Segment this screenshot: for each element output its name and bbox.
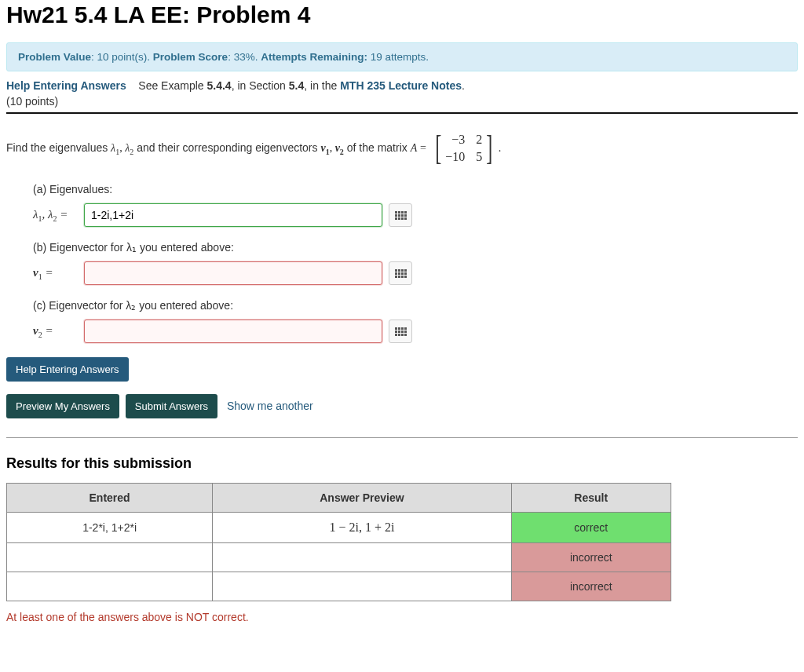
entered-cell: [7, 572, 213, 601]
result-cell: correct: [511, 513, 671, 543]
results-warning: At least one of the answers above is NOT…: [6, 611, 798, 623]
part-c-lhs: v2 =: [33, 324, 76, 339]
notes-prefix: , in the: [304, 79, 340, 92]
lambda2-symbol: λ2: [125, 142, 133, 154]
divider: [6, 437, 798, 438]
problem-score-label: Problem Score: [153, 51, 228, 63]
button-row-2: Preview My Answers Submit Answers Show m…: [6, 394, 798, 423]
page-title: Hw21 5.4 LA EE: Problem 4: [6, 2, 798, 28]
left-bracket-icon: [: [435, 133, 441, 164]
matrix-r1c1: −3: [445, 133, 465, 147]
prompt-ofmatrix: of the matrix: [347, 141, 411, 154]
matrix-r2c1: −10: [445, 150, 465, 164]
part-c: (c) Eigenvector for λ₂ you entered above…: [33, 299, 798, 343]
part-b-label: (b) Eigenvector for λ₁ you entered above…: [33, 241, 798, 254]
prompt-and: and their corresponding eigenvectors: [137, 141, 320, 154]
help-see-prefix: See Example: [138, 79, 206, 92]
problem-prompt: Find the eigenvalues λ1, λ2 and their co…: [6, 133, 798, 164]
right-bracket-icon: ]: [487, 133, 493, 164]
problem-value-text: : 10 point(s).: [91, 51, 153, 63]
problem-info-bar: Problem Value: 10 point(s). Problem Scor…: [6, 42, 798, 71]
eigenvector2-input[interactable]: [84, 320, 382, 343]
attempts-remaining-text: 19 attempts.: [367, 51, 429, 63]
col-preview: Answer Preview: [213, 484, 512, 513]
matrix-A: [ −3 2 −10 5 ]: [433, 133, 495, 164]
math-keypad-button[interactable]: [389, 261, 412, 285]
help-period: .: [462, 79, 465, 92]
part-a-label: (a) Eigenvalues:: [33, 183, 798, 195]
part-a-lhs: λ1, λ2 =: [33, 208, 76, 223]
entered-cell: 1-2*i, 1+2*i: [7, 513, 213, 543]
lecture-notes-link[interactable]: MTH 235 Lecture Notes: [340, 79, 462, 92]
lambda1-symbol: λ1: [111, 142, 119, 154]
section-ref: 5.4: [289, 79, 304, 92]
points-line: (10 points): [6, 95, 798, 108]
preview-answers-button[interactable]: Preview My Answers: [6, 394, 119, 418]
part-a: (a) Eigenvalues: λ1, λ2 =: [33, 183, 798, 227]
help-entering-answers-link[interactable]: Help Entering Answers: [6, 79, 126, 92]
col-result: Result: [511, 484, 671, 513]
A-symbol: A: [411, 142, 418, 154]
keypad-icon: [395, 211, 407, 220]
part-c-label: (c) Eigenvector for λ₂ you entered above…: [33, 299, 798, 312]
keypad-icon: [395, 327, 407, 336]
prompt-lead: Find the eigenvalues: [6, 141, 111, 154]
math-keypad-button[interactable]: [389, 203, 412, 227]
preview-cell: [213, 543, 512, 572]
attempts-remaining-label: Attempts Remaining:: [261, 51, 367, 63]
results-heading: Results for this submission: [6, 455, 798, 472]
problem-score-text: : 33%.: [228, 51, 261, 63]
show-me-another-link[interactable]: Show me another: [227, 400, 313, 412]
v1-symbol: v1: [320, 142, 329, 154]
matrix-r1c2: 2: [476, 133, 482, 147]
result-cell: incorrect: [511, 543, 671, 572]
example-ref: 5.4.4: [206, 79, 231, 92]
result-cell: incorrect: [511, 572, 671, 601]
equals: =: [420, 142, 429, 154]
part-b-lhs: v1 =: [33, 266, 76, 281]
keypad-icon: [395, 269, 407, 278]
table-row: 1-2*i, 1+2*i 1 − 2i, 1 + 2i correct: [7, 513, 671, 543]
eigenvector1-input[interactable]: [84, 261, 382, 285]
table-row: incorrect: [7, 543, 671, 572]
matrix-r2c2: 5: [476, 150, 482, 164]
submit-answers-button[interactable]: Submit Answers: [126, 394, 217, 418]
help-entering-answers-button[interactable]: Help Entering Answers: [6, 357, 129, 382]
eigenvalues-input[interactable]: [84, 203, 382, 227]
problem-value-label: Problem Value: [18, 51, 91, 63]
preview-cell: [213, 572, 512, 601]
prompt-tail: .: [499, 142, 502, 154]
col-entered: Entered: [7, 484, 213, 513]
entered-cell: [7, 543, 213, 572]
divider: [6, 112, 798, 114]
v2-symbol: v2: [335, 142, 344, 154]
math-keypad-button[interactable]: [389, 320, 412, 343]
results-table: Entered Answer Preview Result 1-2*i, 1+2…: [6, 483, 671, 601]
help-line: Help Entering Answers See Example 5.4.4,…: [6, 79, 798, 92]
table-row: incorrect: [7, 572, 671, 601]
button-row-1: Help Entering Answers: [6, 357, 798, 386]
preview-cell: 1 − 2i, 1 + 2i: [213, 513, 512, 543]
part-b: (b) Eigenvector for λ₁ you entered above…: [33, 241, 798, 285]
section-prefix: , in Section: [232, 79, 289, 92]
